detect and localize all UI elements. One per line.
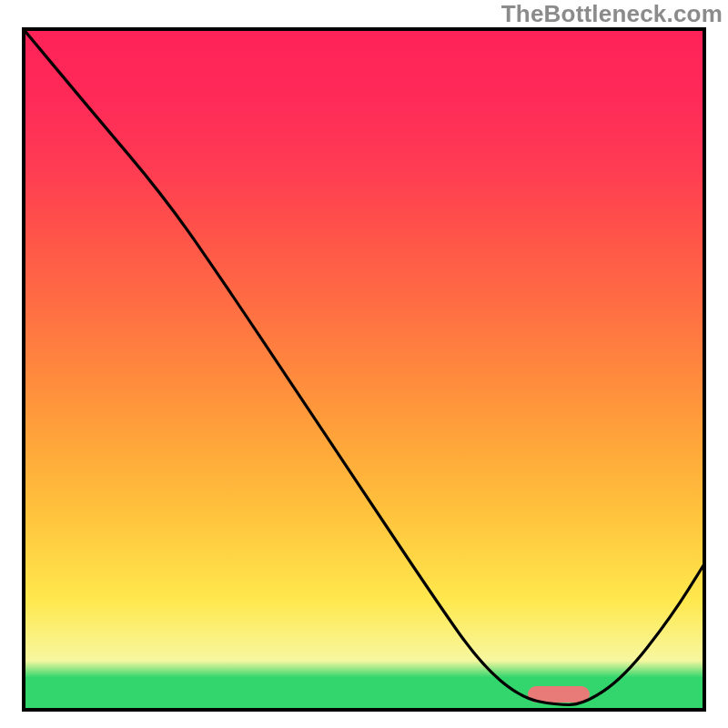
highlight-marker: [528, 686, 590, 703]
watermark-text: TheBottleneck.com: [501, 0, 723, 28]
plot-area: [22, 27, 706, 712]
chart-stage: TheBottleneck.com: [0, 0, 728, 728]
gradient-panel: [22, 27, 706, 712]
